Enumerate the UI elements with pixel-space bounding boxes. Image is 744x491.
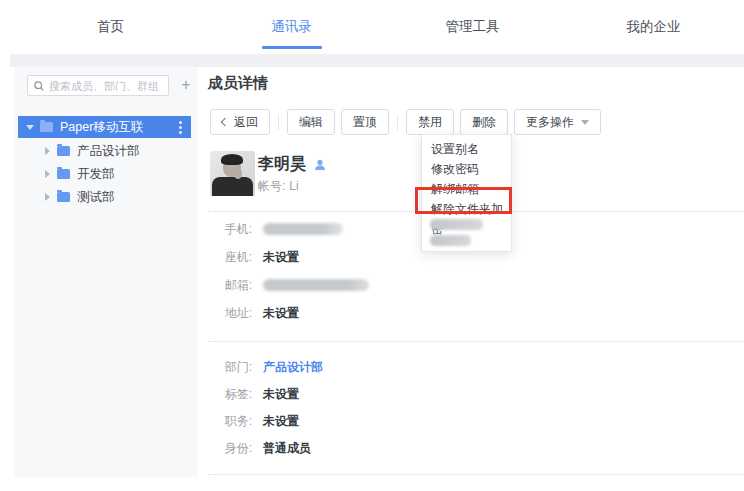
more-actions-dropdown: 设置别名 修改密码 解绑邮箱 解除文件夹加密 [421,134,512,252]
section-divider [208,341,744,342]
menu-item-change-password[interactable]: 修改密码 [422,159,511,179]
field-email: 邮箱: [208,278,369,292]
header-divider-band [10,54,744,67]
toolbar-divider [278,115,279,130]
search-icon [34,81,44,91]
sidebar-item-test-dept[interactable]: 测试部 [14,186,191,208]
search-box[interactable] [27,75,169,96]
field-tags: 标签: 未设置 [208,387,299,401]
page-title: 成员详情 [208,74,268,93]
folder-icon [40,122,53,132]
caret-right-icon[interactable] [45,147,50,155]
caret-right-icon[interactable] [45,170,50,178]
add-member-button[interactable]: + [176,75,196,96]
field-role: 身份: 普通成员 [208,441,311,455]
member-detail-panel: 成员详情 返回 编辑 置顶 禁用 删除 更多操作 设置别名 修改密码 解绑邮箱 … [208,67,744,491]
toolbar-divider [397,115,398,130]
sidebar-item-product-design-dept[interactable]: 产品设计部 [14,140,191,162]
dept-label: 开发部 [77,166,115,183]
redacted-menu-item[interactable] [430,235,471,246]
company-root-label: Paper移动互联 [60,119,143,136]
disable-button[interactable]: 禁用 [406,109,454,135]
pin-button[interactable]: 置顶 [341,109,389,135]
redacted-menu-item[interactable] [430,219,483,230]
field-department: 部门: 产品设计部 [208,360,323,374]
dept-label: 产品设计部 [77,143,140,160]
delete-button[interactable]: 删除 [460,109,508,135]
chevron-left-icon [221,118,229,126]
redacted-mobile-value [263,223,343,235]
department-link[interactable]: 产品设计部 [263,359,323,376]
caret-right-icon[interactable] [45,193,50,201]
sidebar-search-row: + [14,75,197,96]
top-nav: 首页 通讯录 管理工具 我的企业 [0,0,744,53]
search-input[interactable] [49,80,162,92]
contacts-sidebar: + Paper移动互联 产品设计部 开发部 测试部 [14,67,197,477]
tab-my-enterprise[interactable]: 我的企业 [563,0,744,53]
tab-home[interactable]: 首页 [20,0,201,53]
person-icon [314,159,326,171]
folder-icon [57,192,70,202]
tab-admin-tools[interactable]: 管理工具 [382,0,563,53]
menu-item-unbind-email[interactable]: 解绑邮箱 [422,179,511,199]
sidebar-item-company-root[interactable]: Paper移动互联 [18,116,191,138]
tab-contacts[interactable]: 通讯录 [201,0,382,53]
member-account: 帐号:Li [258,178,299,195]
field-job-title: 职务: 未设置 [208,414,299,428]
field-mobile: 手机: [208,222,343,236]
field-landline: 座机: 未设置 [208,250,299,264]
sidebar-item-dev-dept[interactable]: 开发部 [14,163,191,185]
caret-down-icon[interactable] [26,125,34,130]
folder-icon [57,169,70,179]
menu-item-set-alias[interactable]: 设置别名 [422,139,511,159]
back-button[interactable]: 返回 [210,109,270,135]
member-detail-page: 首页 通讯录 管理工具 我的企业 + Paper移动互联 产品设计部 [0,0,744,491]
redacted-email-value [263,279,369,291]
member-avatar [210,151,255,196]
chevron-down-icon [581,120,589,125]
section-divider [208,474,744,475]
dept-label: 测试部 [77,189,115,206]
field-address: 地址: 未设置 [208,306,299,320]
more-options-dots-icon[interactable] [179,126,182,129]
folder-icon [57,146,70,156]
member-toolbar: 返回 编辑 置顶 禁用 删除 更多操作 [210,109,601,135]
menu-item-remove-folder-encryption[interactable]: 解除文件夹加密 [422,199,511,219]
member-name: 李明昊 [258,154,326,175]
more-actions-button[interactable]: 更多操作 [514,109,601,135]
edit-button[interactable]: 编辑 [287,109,335,135]
